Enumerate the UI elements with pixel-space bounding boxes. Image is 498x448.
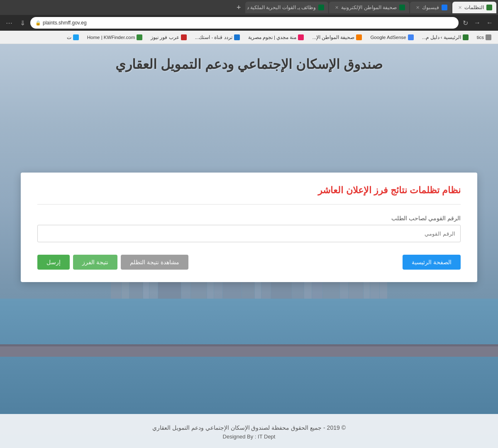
website-content: صندوق الإسكان الإجتماعي ودعم التمويل الع…	[0, 44, 498, 448]
address-bar-row: ← → ↻ 🔒 plaints.shmff.gov.eg ⇓ ⋯	[0, 15, 498, 31]
tab-facebook[interactable]: فيسبوك ✕	[410, 2, 452, 13]
form-divider	[37, 204, 461, 205]
bookmark-arabnews[interactable]: عرب فور نيوز	[147, 34, 190, 41]
tab-close-complaints[interactable]: ✕	[458, 5, 462, 10]
bookmark-twitter[interactable]: ت	[63, 34, 82, 41]
tab-complaints[interactable]: التظلمات ✕	[452, 2, 496, 13]
bookmark-label-sahifa2: صحيفة المواطن الإ...	[312, 34, 354, 40]
bookmark-icon-adsense	[408, 34, 414, 40]
tab-bar: التظلمات ✕ فيسبوك ✕ صحيفة المواطن الإلكت…	[0, 0, 498, 15]
bookmark-label-home: الرئيسية › دليل م...	[422, 34, 461, 40]
bookmark-najom[interactable]: منة مجدي | نجوم مصرية	[245, 34, 308, 41]
tab-favicon-facebook	[442, 5, 447, 10]
bookmark-label-kwfinder: Home | KWFinder.com	[87, 35, 135, 40]
tab-label-sahifa: صحيفة المواطن الإلكترونية	[341, 5, 397, 10]
send-button[interactable]: إرسل	[37, 255, 70, 270]
forward-button[interactable]: →	[472, 18, 482, 27]
browser-chrome: التظلمات ✕ فيسبوك ✕ صحيفة المواطن الإلكت…	[0, 0, 498, 44]
water-area	[0, 299, 498, 415]
bridge	[0, 346, 498, 357]
tab-favicon-complaints	[486, 5, 492, 10]
bookmarks-bar: tics الرئيسية › دليل م... Google AdSense…	[0, 31, 498, 44]
tab-label-complaints: التظلمات	[464, 5, 484, 10]
bookmark-icon-twitter	[73, 34, 79, 40]
more-menu-button[interactable]: ⋯	[3, 18, 15, 28]
tab-close-sahifa[interactable]: ✕	[335, 5, 339, 10]
bookmark-sahifa2[interactable]: صحيفة المواطن الإ...	[309, 34, 365, 41]
hero-title: صندوق الإسكان الإجتماعي ودعم التمويل الع…	[0, 56, 498, 72]
address-bar[interactable]: 🔒 plaints.shmff.gov.eg	[30, 17, 459, 29]
bookmark-label-adsense: Google AdSense	[370, 35, 406, 40]
bookmark-icon-kwfinder	[137, 34, 142, 40]
bookmark-kwfinder[interactable]: Home | KWFinder.com	[84, 34, 146, 41]
bookmark-icon-sahifa2	[356, 34, 362, 40]
tab-label-facebook: فيسبوك	[422, 5, 439, 10]
form-title: نظام تظلمات نتائج فرز الإعلان العاشر	[37, 185, 461, 196]
sort-result-button[interactable]: نتيجة الفرز	[73, 255, 117, 270]
bookmark-label-twitter: ت	[67, 34, 71, 40]
footer: © 2019 - جميع الحقوق محفظة لصندوق الإسكا…	[0, 414, 498, 448]
bookmark-icon-arabnews	[181, 34, 187, 40]
bookmark-trdad[interactable]: تردد قناة - استك...	[192, 34, 243, 41]
tab-favicon-jobs	[318, 5, 324, 10]
footer-designed-by: Designed By : IT Dept	[0, 433, 498, 440]
bridge-rail	[0, 344, 498, 346]
address-text: plaints.shmff.gov.eg	[43, 20, 87, 26]
complaint-result-button[interactable]: مشاهدة نتيجة التظلم	[121, 255, 188, 270]
bookmark-tics[interactable]: tics	[474, 34, 495, 41]
form-card: نظام تظلمات نتائج فرز الإعلان العاشر الر…	[21, 173, 477, 282]
field-label-national-id: الرقم القومي لصاحب الطلب	[37, 215, 461, 222]
tab-favicon-sahifa	[399, 5, 405, 10]
bookmark-label-najom: منة مجدي | نجوم مصرية	[248, 34, 297, 40]
lock-icon: 🔒	[35, 20, 41, 26]
form-actions: الصفحة الرئيسية مشاهدة نتيجة التظلم نتيج…	[37, 255, 461, 270]
downloads-icon[interactable]: ⇓	[17, 18, 28, 28]
tab-sahifa[interactable]: صحيفة المواطن الإلكترونية ✕	[329, 2, 409, 13]
bookmark-icon-tics	[486, 34, 491, 40]
bookmark-label-trdad: تردد قناة - استك...	[195, 34, 232, 40]
tab-label-jobs: وظائف يـ القوات البحرية الملكية د	[247, 5, 316, 10]
footer-copyright: © 2019 - جميع الحقوق محفظة لصندوق الإسكا…	[0, 424, 498, 431]
national-id-input[interactable]	[37, 225, 461, 242]
bookmark-icon-trdad	[234, 34, 240, 40]
back-button[interactable]: ←	[485, 18, 495, 27]
home-button[interactable]: الصفحة الرئيسية	[403, 255, 461, 270]
bookmark-home[interactable]: الرئيسية › دليل م...	[419, 34, 472, 41]
tab-jobs[interactable]: وظائف يـ القوات البحرية الملكية د ✕	[245, 2, 328, 13]
right-action-buttons: مشاهدة نتيجة التظلم نتيجة الفرز إرسل	[37, 255, 188, 270]
tab-close-facebook[interactable]: ✕	[416, 5, 420, 10]
bookmark-icon-home	[463, 34, 469, 40]
new-tab-button[interactable]: +	[233, 2, 244, 13]
bookmark-adsense[interactable]: Google AdSense	[367, 34, 417, 41]
bookmark-icon-najom	[298, 34, 304, 40]
bookmark-label-tics: tics	[477, 35, 484, 40]
bookmark-label-arabnews: عرب فور نيوز	[151, 34, 179, 40]
refresh-button[interactable]: ↻	[461, 18, 470, 28]
